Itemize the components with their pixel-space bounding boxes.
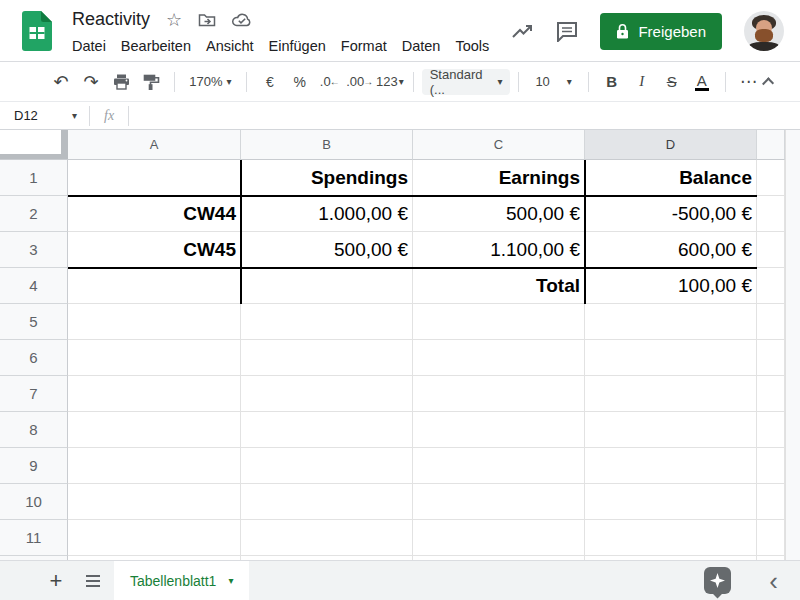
- cell-e3[interactable]: [757, 232, 785, 268]
- cell-a10[interactable]: [68, 484, 241, 520]
- percent-format-button[interactable]: %: [287, 69, 313, 95]
- menu-daten[interactable]: Daten: [402, 38, 441, 54]
- cell-b9[interactable]: [241, 448, 413, 484]
- cell-d8[interactable]: [585, 412, 757, 448]
- cell-c6[interactable]: [413, 340, 585, 376]
- cell-b7[interactable]: [241, 376, 413, 412]
- chevron-left-icon[interactable]: ‹: [769, 571, 778, 591]
- cell-a3[interactable]: CW45: [68, 232, 241, 268]
- cloud-saved-icon[interactable]: [232, 12, 252, 27]
- zoom-select[interactable]: 170% ▾: [185, 69, 236, 95]
- move-folder-icon[interactable]: [198, 12, 216, 28]
- comment-icon[interactable]: [556, 21, 578, 42]
- font-size-select[interactable]: 10 ▾: [529, 69, 577, 95]
- cell-a6[interactable]: [68, 340, 241, 376]
- cell-d4[interactable]: 100,00 €: [585, 268, 757, 304]
- add-sheet-button[interactable]: +: [44, 568, 68, 594]
- cell-b11[interactable]: [241, 520, 413, 556]
- vertical-scrollbar[interactable]: [785, 130, 800, 560]
- cell-c3[interactable]: 1.100,00 €: [413, 232, 585, 268]
- cell-d6[interactable]: [585, 340, 757, 376]
- cell-a1[interactable]: [68, 160, 241, 196]
- sheets-logo-icon[interactable]: [22, 11, 52, 51]
- menu-bearbeiten[interactable]: Bearbeiten: [121, 38, 191, 54]
- cell-c4[interactable]: Total: [413, 268, 585, 304]
- cell-c10[interactable]: [413, 484, 585, 520]
- column-header-a[interactable]: A: [68, 130, 241, 160]
- share-button[interactable]: Freigeben: [600, 13, 722, 50]
- currency-format-button[interactable]: €: [257, 69, 283, 95]
- row-header-7[interactable]: 7: [0, 376, 68, 412]
- bold-button[interactable]: B: [599, 69, 625, 95]
- cell-b1[interactable]: Spendings: [241, 160, 413, 196]
- italic-button[interactable]: I: [629, 69, 655, 95]
- cell-b2[interactable]: 1.000,00 €: [241, 196, 413, 232]
- cell-e10[interactable]: [757, 484, 785, 520]
- cell-a8[interactable]: [68, 412, 241, 448]
- menu-tools[interactable]: Tools: [455, 38, 489, 54]
- avatar[interactable]: [744, 11, 784, 51]
- cell-d7[interactable]: [585, 376, 757, 412]
- cell-a7[interactable]: [68, 376, 241, 412]
- cell-e4[interactable]: [757, 268, 785, 304]
- explore-button[interactable]: [704, 567, 731, 594]
- cell-c11[interactable]: [413, 520, 585, 556]
- cell-c8[interactable]: [413, 412, 585, 448]
- cell-b5[interactable]: [241, 304, 413, 340]
- cell-c2[interactable]: 500,00 €: [413, 196, 585, 232]
- caret-down-icon[interactable]: ▾: [228, 575, 233, 586]
- collapse-toolbar-button[interactable]: [762, 77, 774, 89]
- cell-d3[interactable]: 600,00 €: [585, 232, 757, 268]
- insights-icon[interactable]: [510, 21, 534, 41]
- cell-b8[interactable]: [241, 412, 413, 448]
- column-header-d[interactable]: D: [585, 130, 757, 160]
- print-button[interactable]: [108, 69, 134, 95]
- decrease-decimals-button[interactable]: .0←: [317, 69, 343, 95]
- cell-a2[interactable]: CW44: [68, 196, 241, 232]
- row-header-5[interactable]: 5: [0, 304, 68, 340]
- cell-a4[interactable]: [68, 268, 241, 304]
- more-toolbar-button[interactable]: ⋯: [736, 69, 762, 95]
- paint-format-button[interactable]: [138, 69, 164, 95]
- menu-format[interactable]: Format: [341, 38, 387, 54]
- caret-down-icon[interactable]: ▾: [72, 110, 77, 121]
- row-header-9[interactable]: 9: [0, 448, 68, 484]
- cell-a11[interactable]: [68, 520, 241, 556]
- row-header-6[interactable]: 6: [0, 340, 68, 376]
- row-header-2[interactable]: 2: [0, 196, 68, 232]
- row-header-4[interactable]: 4: [0, 268, 68, 304]
- sheet-tab[interactable]: Tabellenblatt1 ▾: [114, 561, 249, 600]
- menu-einfuegen[interactable]: Einfügen: [269, 38, 326, 54]
- name-box[interactable]: D12: [0, 108, 72, 123]
- cell-b10[interactable]: [241, 484, 413, 520]
- cell-e1[interactable]: [757, 160, 785, 196]
- cell-d2[interactable]: -500,00 €: [585, 196, 757, 232]
- cell-c1[interactable]: Earnings: [413, 160, 585, 196]
- cell-e7[interactable]: [757, 376, 785, 412]
- cell-d10[interactable]: [585, 484, 757, 520]
- formula-input[interactable]: [131, 102, 800, 129]
- select-all-corner[interactable]: [0, 130, 68, 160]
- cell-e9[interactable]: [757, 448, 785, 484]
- all-sheets-button[interactable]: [86, 575, 100, 577]
- row-header-1[interactable]: 1: [0, 160, 68, 196]
- increase-decimals-button[interactable]: .00→: [347, 69, 373, 95]
- cell-d11[interactable]: [585, 520, 757, 556]
- cell-a5[interactable]: [68, 304, 241, 340]
- menu-ansicht[interactable]: Ansicht: [206, 38, 254, 54]
- text-color-button[interactable]: A: [689, 69, 715, 95]
- strikethrough-button[interactable]: S: [659, 69, 685, 95]
- cell-b4[interactable]: [241, 268, 413, 304]
- document-title[interactable]: Reactivity: [72, 9, 150, 30]
- font-select[interactable]: Standard (... ▾: [422, 69, 511, 95]
- cell-d5[interactable]: [585, 304, 757, 340]
- cell-e6[interactable]: [757, 340, 785, 376]
- undo-button[interactable]: ↶: [48, 69, 74, 95]
- cell-c5[interactable]: [413, 304, 585, 340]
- cell-e8[interactable]: [757, 412, 785, 448]
- cell-c7[interactable]: [413, 376, 585, 412]
- cell-d1[interactable]: Balance: [585, 160, 757, 196]
- column-header-b[interactable]: B: [241, 130, 413, 160]
- cell-a9[interactable]: [68, 448, 241, 484]
- cell-b6[interactable]: [241, 340, 413, 376]
